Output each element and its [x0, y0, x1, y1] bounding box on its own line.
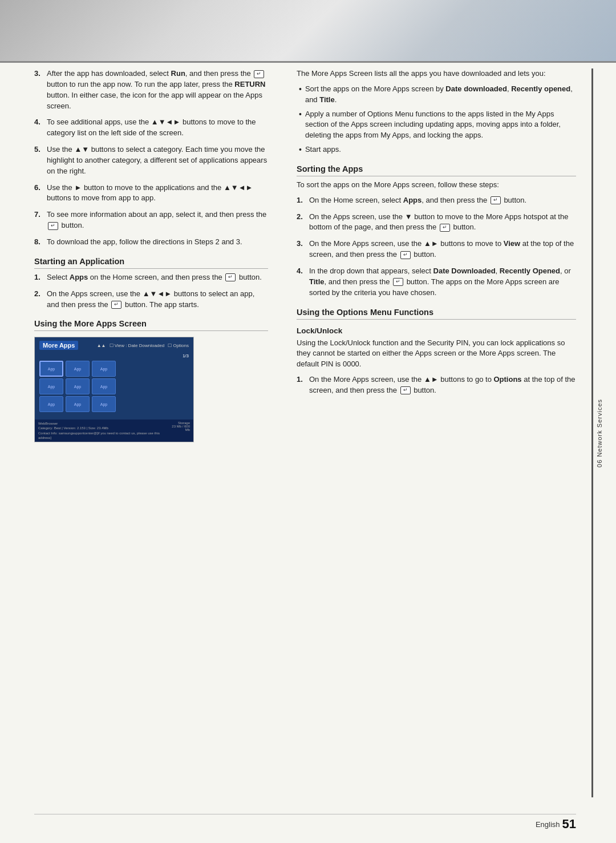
main-content: 3. After the app has downloaded, select …	[34, 68, 576, 809]
button-icon	[254, 70, 264, 78]
right-column: The More Apps Screen lists all the apps …	[291, 68, 576, 809]
apps-menu-options: ☐ Options	[168, 343, 189, 348]
list-item: 2. On the Apps screen, use the ▲▼◄► butt…	[34, 289, 268, 310]
app-info-left: WebBrowserCategory: Best | Version: 2.15…	[38, 421, 167, 441]
app-tile: App	[92, 361, 116, 377]
item-num: 4.	[34, 117, 47, 139]
item-num: 1.	[297, 195, 309, 206]
apps-screenshot-inner: More Apps ▲▲ ☐ View : Date Downloaded ☐ …	[35, 337, 193, 416]
app-tile: App	[92, 378, 116, 394]
item-num: 3.	[34, 68, 47, 111]
list-item: 1. On the More Apps screen, use the ▲► b…	[297, 374, 576, 396]
section-heading-starting: Starting an Application	[34, 257, 268, 269]
apps-page-num: 1/3	[39, 353, 189, 358]
lock-intro: Using the Lock/Unlock function and the S…	[297, 338, 576, 370]
apps-title: More Apps	[39, 341, 78, 350]
item-text: On the Home screen, select Apps, and the…	[309, 195, 526, 206]
item-text: To download the app, follow the directio…	[47, 237, 242, 248]
button-icon	[400, 386, 411, 394]
item-text: Select Apps on the Home screen, and then…	[47, 272, 262, 283]
item-text: To see more information about an app, se…	[47, 209, 268, 231]
item-num: 2.	[34, 289, 47, 310]
feature-list: Sort the apps on the More Apps screen by…	[297, 84, 576, 155]
button-icon	[111, 301, 121, 309]
section-heading-more-apps: Using the More Apps Screen	[34, 319, 268, 331]
item-num: 8.	[34, 237, 47, 248]
more-apps-intro: The More Apps Screen lists all the apps …	[297, 68, 576, 79]
app-tile-label: App	[48, 402, 55, 406]
item-text: On the More Apps screen, use the ▲► butt…	[309, 239, 576, 260]
app-tile-label: App	[48, 367, 55, 371]
app-tile-label: App	[100, 367, 107, 371]
item-text: After the app has downloaded, select Run…	[47, 68, 268, 111]
item-text: To see additional apps, use the ▲▼◄► but…	[47, 117, 268, 139]
button-icon	[400, 251, 411, 259]
footer-language: English	[536, 820, 560, 829]
app-tile-label: App	[74, 385, 81, 389]
list-item: 7. To see more information about an app,…	[34, 209, 268, 231]
list-item: Apply a number of Options Menu functions…	[299, 109, 576, 142]
apps-menu-bar: ▲▲ ☐ View : Date Downloaded ☐ Options	[97, 343, 189, 348]
list-item: Start apps.	[299, 144, 576, 155]
item-text: Use the ▲▼ buttons to select a category.…	[47, 144, 268, 177]
apps-menu-view: ☐ View : Date Downloaded	[110, 343, 165, 348]
item-text: On the Apps screen, use the ▲▼◄► buttons…	[47, 289, 268, 310]
sidebar-label-text: 06 Network Services	[596, 399, 603, 467]
item-text: Sort the apps on the More Apps screen by…	[305, 84, 576, 106]
button-icon	[225, 273, 236, 281]
item-num: 3.	[297, 239, 309, 260]
app-tile-label: App	[100, 385, 107, 389]
app-row: App App App	[39, 361, 189, 377]
app-tile: App	[39, 378, 63, 394]
footer-rule	[34, 814, 576, 814]
app-tile: App	[92, 396, 116, 412]
item-num: 1.	[34, 272, 47, 283]
item-text: Use the ► button to move to the applicat…	[47, 183, 268, 204]
list-item: 1. On the Home screen, select Apps, and …	[297, 195, 576, 206]
list-item: 3. On the More Apps screen, use the ▲► b…	[297, 239, 576, 260]
footer-page-number: 51	[562, 817, 576, 832]
list-item: 3. After the app has downloaded, select …	[34, 68, 268, 111]
item-num: 2.	[297, 212, 309, 233]
app-tile-label: App	[74, 367, 81, 371]
item-text: In the drop down that appears, select Da…	[309, 266, 576, 299]
list-item: 1. Select Apps on the Home screen, and t…	[34, 272, 268, 283]
app-grid: App App App App App App App App App	[39, 361, 189, 412]
item-num: 1.	[297, 374, 309, 396]
app-row: App App App	[39, 378, 189, 394]
list-item: 2. On the Apps screen, use the ▼ button …	[297, 212, 576, 233]
list-item: 4. In the drop down that appears, select…	[297, 266, 576, 299]
app-tile: App	[39, 361, 63, 377]
sidebar-label: 06 Network Services	[593, 68, 606, 797]
apps-screenshot: More Apps ▲▲ ☐ View : Date Downloaded ☐ …	[34, 337, 194, 442]
app-tile: App	[66, 396, 90, 412]
list-item: Sort the apps on the More Apps screen by…	[299, 84, 576, 106]
section-heading-sorting: Sorting the Apps	[297, 164, 576, 176]
app-row: App App App	[39, 396, 189, 412]
app-tile: App	[39, 396, 63, 412]
app-tile-label: App	[100, 402, 107, 406]
app-info-bar: WebBrowserCategory: Best | Version: 2.15…	[35, 420, 193, 442]
apps-title-bar: More Apps ▲▲ ☐ View : Date Downloaded ☐ …	[39, 341, 189, 350]
app-tile: App	[66, 378, 90, 394]
item-num: 7.	[34, 209, 47, 231]
list-item: 8. To download the app, follow the direc…	[34, 237, 268, 248]
item-text: Apply a number of Options Menu functions…	[305, 109, 576, 142]
section-heading-options: Using the Options Menu Functions	[297, 308, 576, 320]
button-icon	[491, 196, 501, 204]
sub-heading-lock: Lock/Unlock	[297, 326, 576, 335]
app-tile-label: App	[74, 402, 81, 406]
left-column: 3. After the app has downloaded, select …	[34, 68, 274, 809]
header-banner	[0, 0, 616, 63]
item-num: 5.	[34, 144, 47, 177]
button-icon	[393, 278, 403, 286]
app-tile-label: App	[48, 385, 55, 389]
item-text: On the More Apps screen, use the ▲► butt…	[309, 374, 576, 396]
app-info-right: Storage23 Mb / 600 Mb	[167, 421, 190, 441]
app-tile: App	[66, 361, 90, 377]
list-item: 6. Use the ► button to move to the appli…	[34, 183, 268, 204]
button-icon	[48, 222, 58, 230]
item-num: 6.	[34, 183, 47, 204]
item-text: Start apps.	[305, 144, 341, 155]
item-num: 4.	[297, 266, 309, 299]
